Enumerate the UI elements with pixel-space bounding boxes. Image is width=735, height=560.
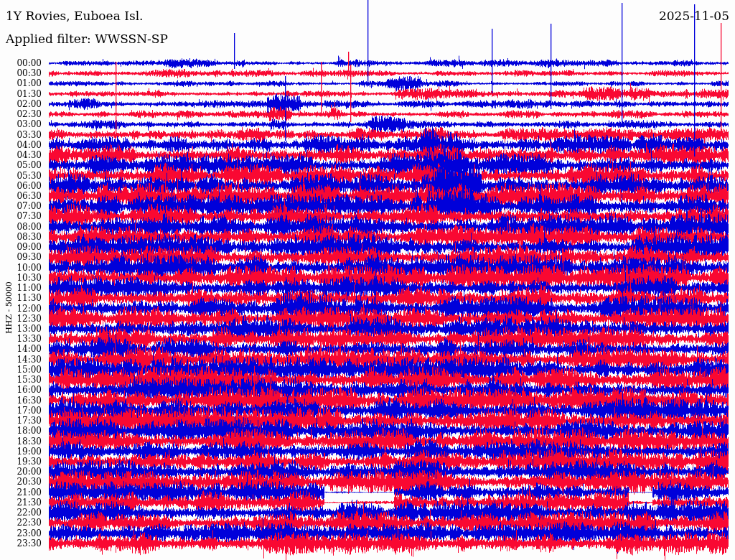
row-time-label: 01:00 <box>0 79 42 88</box>
row-time-label: 14:00 <box>0 345 42 353</box>
row-time-label: 10:00 <box>0 263 42 272</box>
row-time-label: 23:30 <box>0 539 42 548</box>
row-time-label: 05:00 <box>0 161 42 169</box>
time-labels: 00:0000:3001:0001:3002:0002:3003:0003:30… <box>0 0 43 560</box>
helicorder-trace-canvas <box>0 0 735 560</box>
row-time-label: 00:30 <box>0 69 42 78</box>
row-time-label: 19:00 <box>0 447 42 456</box>
row-time-label: 13:30 <box>0 335 42 343</box>
row-time-label: 09:00 <box>0 243 42 251</box>
row-time-label: 01:30 <box>0 90 42 98</box>
row-time-label: 00:00 <box>0 59 42 67</box>
row-time-label: 05:30 <box>0 172 42 180</box>
row-time-label: 16:00 <box>0 386 42 394</box>
row-time-label: 17:30 <box>0 416 42 425</box>
row-time-label: 10:30 <box>0 274 42 282</box>
row-time-label: 18:30 <box>0 437 42 446</box>
row-time-label: 06:00 <box>0 182 42 190</box>
row-time-label: 03:00 <box>0 120 42 129</box>
row-time-label: 17:00 <box>0 406 42 415</box>
row-time-label: 07:00 <box>0 202 42 210</box>
row-time-label: 14:30 <box>0 355 42 364</box>
row-time-label: 19:30 <box>0 457 42 466</box>
row-time-label: 23:00 <box>0 529 42 538</box>
row-time-label: 21:00 <box>0 488 42 497</box>
row-time-label: 04:30 <box>0 151 42 159</box>
row-time-label: 07:30 <box>0 212 42 220</box>
row-time-label: 11:30 <box>0 294 42 302</box>
row-time-label: 11:00 <box>0 284 42 292</box>
row-time-label: 12:00 <box>0 304 42 313</box>
row-time-label: 15:00 <box>0 365 42 374</box>
row-time-label: 08:00 <box>0 223 42 231</box>
row-time-label: 06:30 <box>0 192 42 200</box>
row-time-label: 18:00 <box>0 426 42 435</box>
row-time-label: 04:00 <box>0 141 42 149</box>
row-time-label: 02:00 <box>0 100 42 108</box>
row-time-label: 13:00 <box>0 325 42 333</box>
row-time-label: 03:30 <box>0 131 42 139</box>
plot-date: 2025-11-05 <box>659 9 729 23</box>
row-time-label: 12:30 <box>0 314 42 323</box>
row-time-label: 09:30 <box>0 253 42 261</box>
row-time-label: 20:30 <box>0 477 42 486</box>
row-time-label: 02:30 <box>0 110 42 118</box>
row-time-label: 15:30 <box>0 375 42 384</box>
helicorder-screen: 1Y Rovies, Euboea Isl. Applied filter: W… <box>0 0 735 560</box>
row-time-label: 20:00 <box>0 467 42 476</box>
row-time-label: 22:30 <box>0 518 42 527</box>
row-time-label: 22:00 <box>0 508 42 517</box>
row-time-label: 21:30 <box>0 498 42 507</box>
row-time-label: 16:30 <box>0 396 42 405</box>
row-time-label: 08:30 <box>0 233 42 241</box>
